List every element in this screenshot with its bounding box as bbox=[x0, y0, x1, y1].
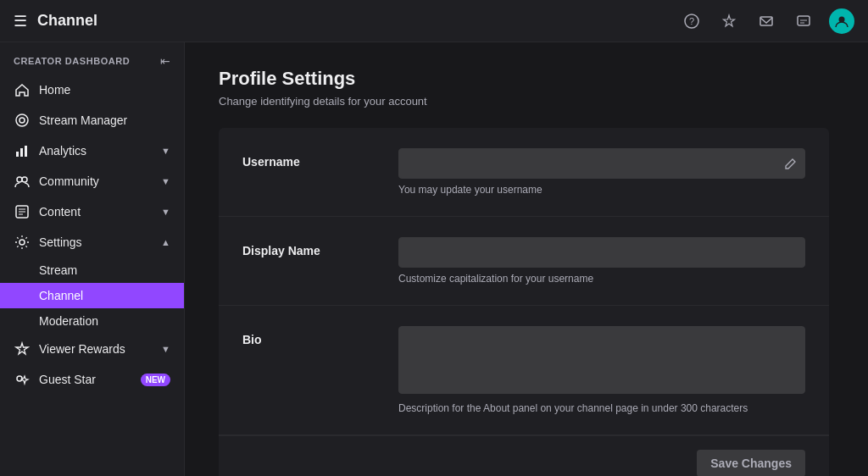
bio-row: Bio Description for the About panel on y… bbox=[219, 306, 829, 435]
menu-icon[interactable]: ☰ bbox=[14, 12, 27, 30]
svg-point-10 bbox=[17, 177, 22, 182]
username-label: Username bbox=[242, 148, 378, 169]
viewer-rewards-chevron-icon: ▼ bbox=[161, 344, 170, 354]
stream-manager-icon bbox=[14, 112, 31, 129]
svg-rect-7 bbox=[16, 152, 19, 157]
sidebar-stream-manager-label: Stream Manager bbox=[39, 113, 170, 127]
username-hint: You may update your username bbox=[398, 184, 805, 196]
display-name-input-wrapper bbox=[398, 237, 805, 268]
sidebar-subitem-channel[interactable]: Channel bbox=[0, 283, 184, 308]
username-input-container: You may update your username bbox=[398, 148, 805, 196]
sidebar-guest-star-label: Guest Star bbox=[39, 373, 127, 386]
settings-icon bbox=[14, 234, 31, 251]
sidebar-item-community[interactable]: Community ▼ bbox=[0, 166, 184, 196]
sidebar-header-label: Creator Dashboard bbox=[14, 56, 130, 66]
analytics-chevron-icon: ▼ bbox=[161, 146, 170, 156]
save-changes-button[interactable]: Save Changes bbox=[697, 450, 805, 476]
bio-label: Bio bbox=[242, 326, 378, 346]
notifications-icon[interactable] bbox=[792, 9, 815, 33]
sidebar-item-settings[interactable]: Settings ▲ bbox=[0, 227, 184, 257]
topbar-title: Channel bbox=[37, 12, 97, 30]
svg-point-14 bbox=[17, 376, 22, 381]
bio-field[interactable] bbox=[398, 326, 805, 394]
community-chevron-icon: ▼ bbox=[161, 176, 170, 186]
sidebar-item-stream-manager[interactable]: Stream Manager bbox=[0, 105, 184, 136]
mail-icon[interactable] bbox=[754, 9, 778, 33]
sidebar-item-guest-star[interactable]: Guest Star NEW bbox=[0, 364, 184, 395]
content-chevron-icon: ▼ bbox=[161, 207, 170, 217]
sidebar-settings-label: Settings bbox=[39, 235, 153, 249]
magic-icon[interactable] bbox=[717, 9, 741, 33]
svg-rect-9 bbox=[25, 146, 27, 157]
sidebar-item-home[interactable]: Home bbox=[0, 75, 184, 105]
sidebar-item-analytics[interactable]: Analytics ▼ bbox=[0, 136, 184, 166]
sidebar-header: Creator Dashboard ⇤ bbox=[0, 42, 184, 75]
svg-rect-2 bbox=[760, 17, 772, 25]
username-input-wrapper bbox=[398, 148, 805, 179]
settings-card: Username You may update your username bbox=[219, 128, 829, 476]
topbar: ☰ Channel ? bbox=[0, 0, 868, 42]
sidebar-item-content[interactable]: Content ▼ bbox=[0, 196, 184, 227]
sidebar: Creator Dashboard ⇤ Home Stream Manager bbox=[0, 42, 185, 476]
content-icon bbox=[14, 203, 31, 220]
home-icon bbox=[14, 81, 31, 98]
sidebar-home-label: Home bbox=[39, 83, 170, 97]
sidebar-subitem-stream[interactable]: Stream bbox=[0, 257, 184, 283]
settings-chevron-icon: ▲ bbox=[161, 237, 170, 247]
username-row: Username You may update your username bbox=[219, 128, 829, 217]
main-layout: Creator Dashboard ⇤ Home Stream Manager bbox=[0, 42, 868, 476]
svg-rect-8 bbox=[20, 148, 23, 157]
save-row: Save Changes bbox=[219, 435, 829, 476]
sidebar-channel-label: Channel bbox=[39, 289, 83, 302]
display-name-hint: Customize capitalization for your userna… bbox=[398, 273, 805, 285]
guest-star-icon bbox=[14, 371, 31, 388]
sidebar-subitem-moderation[interactable]: Moderation bbox=[0, 308, 184, 334]
topbar-left: ☰ Channel bbox=[14, 12, 680, 30]
sidebar-item-viewer-rewards[interactable]: Viewer Rewards ▼ bbox=[0, 334, 184, 364]
page-subtitle: Change identifying details for your acco… bbox=[219, 95, 829, 108]
svg-point-5 bbox=[16, 114, 28, 126]
page-title: Profile Settings bbox=[219, 68, 829, 90]
topbar-right: ? bbox=[680, 8, 854, 34]
sidebar-community-label: Community bbox=[39, 174, 153, 188]
username-edit-button[interactable] bbox=[784, 158, 797, 170]
help-icon[interactable]: ? bbox=[680, 9, 704, 33]
sidebar-viewer-rewards-label: Viewer Rewards bbox=[39, 342, 153, 356]
svg-point-11 bbox=[22, 177, 27, 182]
sidebar-stream-label: Stream bbox=[39, 263, 77, 277]
guest-star-badge: NEW bbox=[141, 374, 170, 386]
analytics-icon bbox=[14, 142, 31, 159]
viewer-rewards-icon bbox=[14, 340, 31, 357]
display-name-row: Display Name Customize capitalization fo… bbox=[219, 217, 829, 306]
svg-point-6 bbox=[19, 118, 25, 123]
sidebar-content-label: Content bbox=[39, 205, 153, 219]
sidebar-collapse-icon[interactable]: ⇤ bbox=[160, 54, 170, 68]
content-area: Profile Settings Change identifying deta… bbox=[185, 42, 868, 476]
profile-settings-container: Profile Settings Change identifying deta… bbox=[185, 42, 863, 476]
display-name-input-container: Customize capitalization for your userna… bbox=[398, 237, 805, 285]
display-name-field[interactable] bbox=[398, 237, 805, 268]
community-icon bbox=[14, 173, 31, 190]
bio-hint: Description for the About panel on your … bbox=[398, 402, 805, 414]
username-field[interactable] bbox=[398, 148, 805, 179]
svg-text:?: ? bbox=[689, 16, 694, 26]
sidebar-analytics-label: Analytics bbox=[39, 144, 153, 158]
bio-input-container: Description for the About panel on your … bbox=[398, 326, 805, 414]
sidebar-moderation-label: Moderation bbox=[39, 314, 98, 328]
display-name-label: Display Name bbox=[242, 237, 378, 257]
svg-point-13 bbox=[19, 240, 25, 245]
avatar[interactable] bbox=[829, 8, 854, 34]
